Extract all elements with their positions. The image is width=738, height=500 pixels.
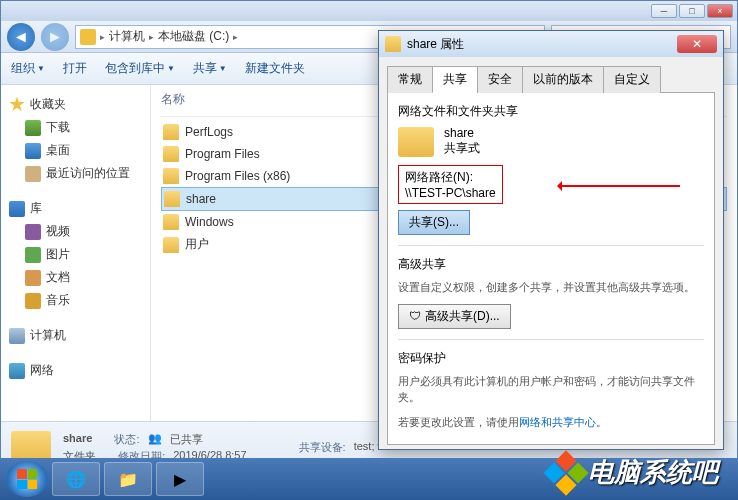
dialog-titlebar: share 属性 ✕ [379, 31, 723, 57]
sidebar: 收藏夹 下载 桌面 最近访问的位置 库 视频 图片 文档 音乐 计算机 网络 [1, 85, 151, 421]
library-icon [9, 201, 25, 217]
back-button[interactable]: ◄ [7, 23, 35, 51]
folder-icon [164, 191, 180, 207]
network-path-highlight: 网络路径(N): \\TEST-PC\share [398, 165, 503, 204]
tabs: 常规 共享 安全 以前的版本 自定义 [387, 65, 715, 93]
network-share-title: 网络文件和文件夹共享 [398, 103, 704, 120]
include-library-button[interactable]: 包含到库中▼ [105, 60, 175, 77]
tab-security[interactable]: 安全 [477, 66, 523, 93]
recent-icon [25, 166, 41, 182]
folder-icon [163, 237, 179, 253]
password-protect-description: 用户必须具有此计算机的用户帐户和密码，才能访问共享文件夹。 [398, 373, 704, 406]
document-icon [25, 270, 41, 286]
share-button[interactable]: 共享▼ [193, 60, 227, 77]
password-protect-title: 密码保护 [398, 350, 704, 367]
forward-button[interactable]: ► [41, 23, 69, 51]
advanced-share-description: 设置自定义权限，创建多个共享，并设置其他高级共享选项。 [398, 279, 704, 296]
dialog-title: share 属性 [407, 36, 464, 53]
network-sharing-center-link[interactable]: 网络和共享中心 [519, 416, 596, 428]
watermark-logo-icon [543, 450, 588, 495]
advanced-share-button[interactable]: 🛡 高级共享(D)... [398, 304, 511, 329]
details-name: share [63, 432, 92, 447]
taskbar-explorer-button[interactable]: 📁 [104, 462, 152, 496]
share-type: 共享式 [444, 140, 480, 157]
minimize-button[interactable]: ─ [651, 4, 677, 18]
chevron-right-icon: ▸ [149, 32, 154, 42]
annotation-arrow [560, 185, 680, 187]
taskbar-ie-button[interactable]: 🌐 [52, 462, 100, 496]
share-folder-icon [398, 127, 434, 157]
maximize-button[interactable]: □ [679, 4, 705, 18]
sidebar-favorites[interactable]: 收藏夹 [5, 93, 146, 116]
dialog-close-button[interactable]: ✕ [677, 35, 717, 53]
explorer-titlebar: ─ □ × [1, 1, 737, 21]
start-button[interactable] [6, 461, 48, 497]
tab-panel-sharing: 网络文件和文件夹共享 share 共享式 网络路径(N): \\TEST-PC\… [387, 93, 715, 445]
sidebar-downloads[interactable]: 下载 [5, 116, 146, 139]
video-icon [25, 224, 41, 240]
new-folder-button[interactable]: 新建文件夹 [245, 60, 305, 77]
sidebar-music[interactable]: 音乐 [5, 289, 146, 312]
picture-icon [25, 247, 41, 263]
folder-icon [163, 168, 179, 184]
folder-icon [385, 36, 401, 52]
folder-icon [163, 146, 179, 162]
breadcrumb-drive[interactable]: 本地磁盘 (C:) [158, 28, 229, 45]
sidebar-libraries[interactable]: 库 [5, 197, 146, 220]
sidebar-videos[interactable]: 视频 [5, 220, 146, 243]
watermark-text: 电脑系统吧 [588, 455, 718, 490]
folder-icon [163, 124, 179, 140]
sidebar-computer[interactable]: 计算机 [5, 324, 146, 347]
breadcrumb-computer[interactable]: 计算机 [109, 28, 145, 45]
chevron-right-icon: ▸ [100, 32, 105, 42]
computer-icon [9, 328, 25, 344]
desktop-icon [25, 143, 41, 159]
download-icon [25, 120, 41, 136]
drive-icon [80, 29, 96, 45]
folder-icon [163, 214, 179, 230]
tab-general[interactable]: 常规 [387, 66, 433, 93]
organize-button[interactable]: 组织▼ [11, 60, 45, 77]
sidebar-pictures[interactable]: 图片 [5, 243, 146, 266]
open-button[interactable]: 打开 [63, 60, 87, 77]
sidebar-desktop[interactable]: 桌面 [5, 139, 146, 162]
properties-dialog: share 属性 ✕ 常规 共享 安全 以前的版本 自定义 网络文件和文件夹共享… [378, 30, 724, 450]
network-path-label: 网络路径(N): [405, 169, 496, 186]
tab-custom[interactable]: 自定义 [603, 66, 661, 93]
close-button[interactable]: × [707, 4, 733, 18]
music-icon [25, 293, 41, 309]
chevron-right-icon: ▸ [233, 32, 238, 42]
sidebar-recent[interactable]: 最近访问的位置 [5, 162, 146, 185]
share-button[interactable]: 共享(S)... [398, 210, 470, 235]
taskbar-media-button[interactable]: ▶ [156, 462, 204, 496]
sidebar-documents[interactable]: 文档 [5, 266, 146, 289]
tab-sharing[interactable]: 共享 [432, 66, 478, 93]
advanced-share-title: 高级共享 [398, 256, 704, 273]
watermark: 电脑系统吧 [550, 455, 718, 490]
share-name: share [444, 126, 480, 140]
tab-previous-versions[interactable]: 以前的版本 [522, 66, 604, 93]
network-icon [9, 363, 25, 379]
star-icon [9, 97, 25, 113]
network-path-value: \\TEST-PC\share [405, 186, 496, 200]
sidebar-network[interactable]: 网络 [5, 359, 146, 382]
